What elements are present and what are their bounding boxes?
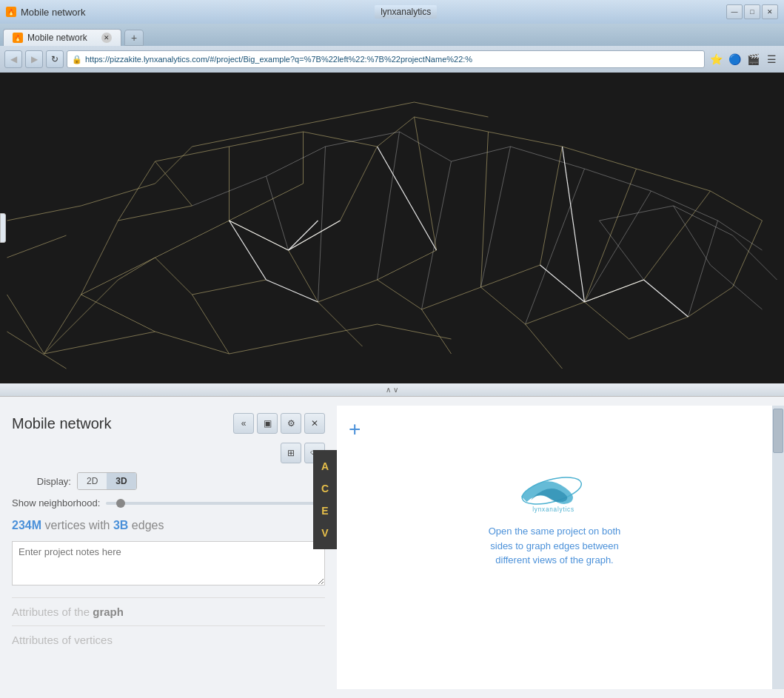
left-panel: Mobile network « ▣ ⚙ ✕ ⊞ 👁 Display: [0,406,337,689]
app-label: lynxanalytics [375,5,437,19]
edges-label: edges [132,519,164,531]
neighborhood-row: Show neighborhood: [12,497,325,509]
neighborhood-label: Show neighborhood: [12,497,100,509]
content-area: ∧ ∨ Mobile network « ▣ ⚙ ✕ [0,73,784,698]
minimize-button[interactable]: — [726,4,743,19]
panel-header: Mobile network « ▣ ⚙ ✕ [12,413,325,434]
acev-a-button[interactable]: A [315,456,335,477]
settings-button[interactable]: ⚙ [281,413,301,434]
attributes-vertices-pre: Attributes of [12,634,74,646]
close-button[interactable]: ✕ [762,4,778,19]
attributes-vertices-section: Attributes of vertices [12,625,325,654]
scrollbar-thumb[interactable] [773,409,783,453]
panel-sub-actions: ⊞ 👁 [12,443,325,463]
scrollbar[interactable] [772,406,784,689]
ssl-lock-icon: 🔒 [72,55,82,64]
acev-sidebar: A C E V [313,450,337,549]
notes-textarea[interactable] [12,541,325,585]
attributes-vertices-bold: vertices [74,634,113,646]
attributes-graph-section: Attributes of the graph [12,597,325,625]
film-icon[interactable]: 🎬 [745,51,761,67]
back-button[interactable]: ◀ [4,50,22,68]
vertices-info: 234M vertices with 3B edges [12,519,325,532]
title-bar-left: 🔥 Mobile network [6,7,85,18]
svg-text:lynxanalytics: lynxanalytics [532,506,574,513]
tab-close-button[interactable]: ✕ [101,33,112,43]
graph-svg [0,73,784,383]
tab-label: Mobile network [27,33,87,43]
resize-handle[interactable] [0,213,6,243]
save-button[interactable]: ▣ [257,413,278,434]
tab-bar: 🔥 Mobile network ✕ + [0,24,784,46]
nav-icons: ⭐ 🔵 🎬 ☰ [708,51,780,67]
logo-area: lynxanalytics Open the same project on b… [480,465,629,568]
lynx-logo: lynxanalytics [510,465,599,517]
forward-button[interactable]: ▶ [25,50,43,68]
attributes-graph-bold: graph [93,605,124,618]
tab-favicon-icon: 🔥 [6,7,16,17]
svg-rect-0 [7,73,777,383]
attributes-graph-pre: Attributes of the [12,605,93,618]
acev-e-button[interactable]: E [315,500,335,521]
grid-view-button[interactable]: ⊞ [281,443,301,463]
tab-title-text: Mobile network [21,7,85,18]
tab-favicon-icon: 🔥 [13,33,23,43]
slider-track [106,502,325,505]
display-label: Display: [12,476,71,487]
collapse-arrows-icon: ∧ ∨ [386,386,398,394]
url-prefix: https:// [85,55,110,64]
nav-bar: ◀ ▶ ↻ 🔒 https://pizzakite.lynxanalytics.… [0,46,784,73]
acev-c-button[interactable]: C [315,478,335,499]
close-panel-button[interactable]: ✕ [304,413,325,434]
maximize-button[interactable]: □ [744,4,760,19]
right-panel: + lynxanalytics O [337,406,772,689]
edges-count: 3B [113,519,128,531]
slider-thumb[interactable] [116,499,125,508]
panel-actions: « ▣ ⚙ ✕ [233,413,325,434]
refresh-button[interactable]: ↻ [46,50,64,68]
display-row: Display: 2D 3D [12,472,325,490]
right-panel-description: Open the same project on both sides to g… [480,524,629,568]
vertices-mid-text: vertices with [44,519,113,531]
graph-section: ∧ ∨ Mobile network « ▣ ⚙ ✕ [0,73,784,698]
graph-canvas[interactable] [0,73,784,383]
2d-toggle-button[interactable]: 2D [78,473,107,489]
slider-container[interactable] [106,502,325,505]
panel-title: Mobile network [12,415,112,432]
collapse-bar[interactable]: ∧ ∨ [0,383,784,397]
title-bar: 🔥 Mobile network lynxanalytics — □ ✕ [0,0,784,24]
url-domain: pizzakite.lynxanalytics.com [110,55,207,64]
add-view-button[interactable]: + [349,417,361,441]
vertices-count: 234M [12,519,41,531]
window-controls: — □ ✕ [726,4,778,19]
extensions-icon[interactable]: 🔵 [726,51,743,67]
acev-v-button[interactable]: V [315,523,335,543]
browser-window: 🔥 Mobile network lynxanalytics — □ ✕ 🔥 M… [0,0,784,698]
browser-tab[interactable]: 🔥 Mobile network ✕ [3,29,121,46]
new-tab-button[interactable]: + [124,30,144,46]
back-button[interactable]: « [233,413,254,434]
address-bar[interactable]: 🔒 https://pizzakite.lynxanalytics.com/#/… [67,50,705,68]
3d-toggle-button[interactable]: 3D [107,473,135,489]
bottom-panel: Mobile network « ▣ ⚙ ✕ ⊞ 👁 Display: [0,397,784,698]
star-icon[interactable]: ⭐ [708,51,724,67]
menu-icon[interactable]: ☰ [763,51,780,67]
display-toggle: 2D 3D [77,472,137,490]
url-text: https://pizzakite.lynxanalytics.com/#/pr… [85,55,472,64]
url-path: /#/project/Big_example?q=%7B%22left%22:%… [207,55,472,64]
